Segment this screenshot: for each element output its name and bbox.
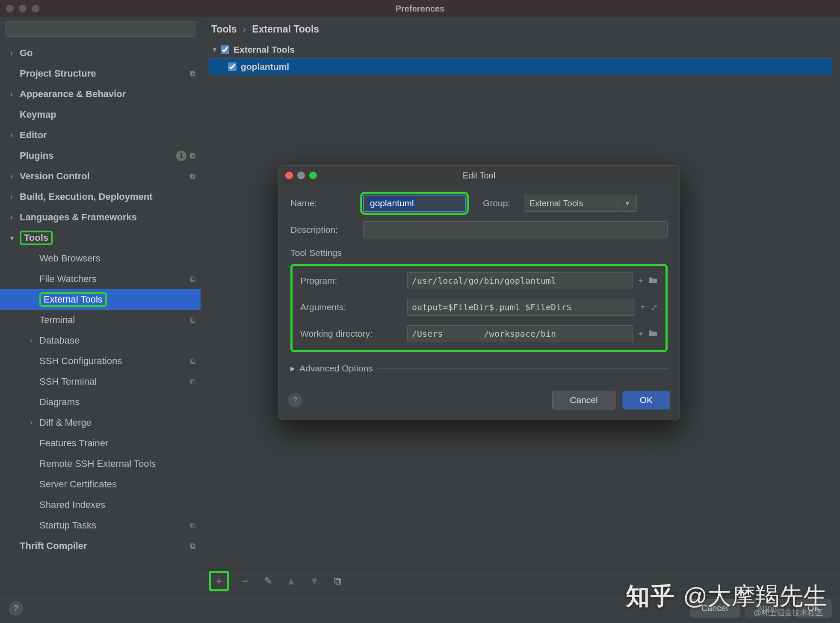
- dialog-title: Edit Tool: [463, 171, 495, 181]
- scope-icon: ⧉: [190, 151, 195, 160]
- sidebar-item-keymap[interactable]: Keymap: [0, 104, 201, 125]
- sidebar-item-diff-merge[interactable]: ›Diff & Merge: [0, 412, 201, 433]
- insert-macro-icon[interactable]: +: [638, 276, 643, 286]
- workdir-input[interactable]: [407, 325, 633, 342]
- sidebar-item-label: Project Structure: [20, 68, 190, 79]
- browse-folder-icon[interactable]: [648, 276, 658, 286]
- close-icon[interactable]: [6, 5, 14, 12]
- chevron-right-icon: ›: [10, 214, 20, 221]
- chevron-right-icon: ›: [10, 49, 20, 57]
- breadcrumb-leaf: External Tools: [252, 24, 319, 35]
- insert-macro-icon[interactable]: +: [638, 329, 643, 339]
- tool-checkbox[interactable]: [228, 62, 237, 71]
- group-checkbox[interactable]: [221, 45, 229, 54]
- edit-button[interactable]: ✎: [261, 574, 275, 588]
- sidebar-item-remote-ssh-external-tools[interactable]: Remote SSH External Tools: [0, 454, 201, 474]
- chevron-right-icon: ▸: [290, 363, 295, 374]
- sidebar-item-label: Languages & Frameworks: [20, 212, 195, 223]
- sidebar-item-features-trainer[interactable]: Features Trainer: [0, 433, 201, 454]
- scope-icon: ⧉: [190, 357, 195, 366]
- chevron-right-icon: ›: [30, 337, 39, 344]
- group-label: External Tools: [234, 44, 295, 55]
- window-controls: [6, 5, 39, 12]
- sidebar-item-label: Shared Indexes: [39, 499, 195, 510]
- cancel-button[interactable]: Cancel: [690, 599, 739, 617]
- sidebar-item-label: SSH Terminal: [39, 376, 190, 387]
- sidebar-item-ssh-terminal[interactable]: SSH Terminal⧉: [0, 371, 201, 392]
- arguments-input[interactable]: [407, 299, 635, 316]
- sidebar-item-go[interactable]: ›Go: [0, 43, 201, 63]
- sidebar-item-project-structure[interactable]: Project Structure⧉: [0, 63, 201, 84]
- sidebar-item-file-watchers[interactable]: File Watchers⧉: [0, 269, 201, 289]
- sidebar-item-web-browsers[interactable]: Web Browsers: [0, 248, 201, 269]
- sidebar-item-plugins[interactable]: Plugins1⧉: [0, 145, 201, 166]
- add-button[interactable]: +: [212, 574, 226, 588]
- description-input[interactable]: [363, 221, 668, 238]
- sidebar-item-shared-indexes[interactable]: Shared Indexes: [0, 495, 201, 515]
- search-input[interactable]: [5, 21, 195, 37]
- sidebar-item-server-certificates[interactable]: Server Certificates: [0, 474, 201, 495]
- chevron-right-icon: ›: [10, 90, 20, 98]
- chevron-right-icon: ›: [10, 172, 20, 180]
- sidebar-item-build-execution-deployment[interactable]: ›Build, Execution, Deployment: [0, 187, 201, 207]
- sidebar-item-label: File Watchers: [39, 273, 190, 285]
- sidebar-item-label: External Tools: [39, 292, 195, 307]
- program-input[interactable]: [407, 272, 633, 289]
- chevron-down-icon[interactable]: ▾: [209, 46, 221, 53]
- group-select[interactable]: External Tools ▾: [524, 195, 637, 212]
- sidebar-item-thrift-compiler[interactable]: Thrift Compiler⧉: [0, 536, 201, 556]
- insert-macro-icon[interactable]: +: [640, 302, 645, 312]
- window-title: Preferences: [396, 4, 445, 14]
- tool-item-row[interactable]: goplantuml: [209, 58, 832, 75]
- dialog-maximize-icon[interactable]: [309, 172, 317, 179]
- sidebar-item-version-control[interactable]: ›Version Control⧉: [0, 166, 201, 187]
- tool-settings-heading: Tool Settings: [290, 248, 668, 258]
- sidebar-item-external-tools[interactable]: External Tools: [0, 289, 201, 310]
- dialog-minimize-icon[interactable]: [297, 172, 305, 179]
- sidebar-item-terminal[interactable]: Terminal⧉: [0, 310, 201, 330]
- sidebar-item-languages-frameworks[interactable]: ›Languages & Frameworks: [0, 207, 201, 228]
- program-label: Program:: [300, 276, 407, 286]
- group-label: Group:: [483, 198, 524, 208]
- scope-icon: ⧉: [190, 542, 195, 551]
- sidebar-item-appearance-behavior[interactable]: ›Appearance & Behavior: [0, 84, 201, 104]
- breadcrumb-root[interactable]: Tools: [211, 24, 237, 35]
- dialog-close-icon[interactable]: [285, 172, 293, 179]
- divider: [377, 368, 668, 369]
- dialog-ok-button[interactable]: OK: [622, 391, 670, 409]
- remove-button[interactable]: −: [238, 574, 252, 588]
- name-input[interactable]: goplantuml: [363, 195, 466, 212]
- sidebar-item-ssh-configurations[interactable]: SSH Configurations⧉: [0, 351, 201, 371]
- sidebar-item-label: Plugins: [20, 150, 176, 161]
- sidebar-item-editor[interactable]: ›Editor: [0, 125, 201, 145]
- scope-icon: ⧉: [190, 377, 195, 386]
- browse-folder-icon[interactable]: [648, 329, 658, 339]
- tool-group-row[interactable]: ▾ External Tools: [209, 41, 832, 58]
- expand-icon[interactable]: ⤢: [651, 302, 658, 312]
- ok-button[interactable]: OK: [796, 599, 831, 617]
- help-icon[interactable]: ?: [288, 393, 302, 407]
- sidebar-item-label: Thrift Compiler: [20, 540, 190, 552]
- dialog-cancel-button[interactable]: Cancel: [552, 391, 615, 409]
- edit-tool-dialog: Edit Tool Name: goplantuml Group: Extern…: [278, 165, 680, 420]
- sidebar-item-label: SSH Configurations: [39, 356, 190, 367]
- sidebar-item-label: Keymap: [20, 109, 195, 120]
- sidebar-item-database[interactable]: ›Database: [0, 330, 201, 351]
- minimize-icon[interactable]: [19, 5, 27, 12]
- scope-icon: ⧉: [190, 316, 195, 325]
- move-up-button[interactable]: ▲: [284, 574, 299, 588]
- sidebar-item-label: Features Trainer: [39, 438, 195, 449]
- sidebar-item-label: Editor: [20, 130, 195, 141]
- sidebar-item-tools[interactable]: ▾Tools: [0, 228, 201, 248]
- settings-sidebar: ›GoProject Structure⧉›Appearance & Behav…: [0, 17, 201, 593]
- move-down-button[interactable]: ▼: [307, 574, 322, 588]
- chevron-down-icon[interactable]: ▾: [618, 195, 637, 212]
- sidebar-item-diagrams[interactable]: Diagrams: [0, 392, 201, 412]
- window-titlebar: Preferences: [0, 0, 840, 17]
- copy-button[interactable]: ⧉: [330, 574, 345, 588]
- sidebar-item-startup-tasks[interactable]: Startup Tasks⧉: [0, 515, 201, 536]
- maximize-icon[interactable]: [32, 5, 39, 12]
- apply-button[interactable]: Apply: [745, 599, 790, 617]
- advanced-options-toggle[interactable]: ▸ Advanced Options: [290, 363, 668, 374]
- help-icon[interactable]: ?: [9, 601, 23, 616]
